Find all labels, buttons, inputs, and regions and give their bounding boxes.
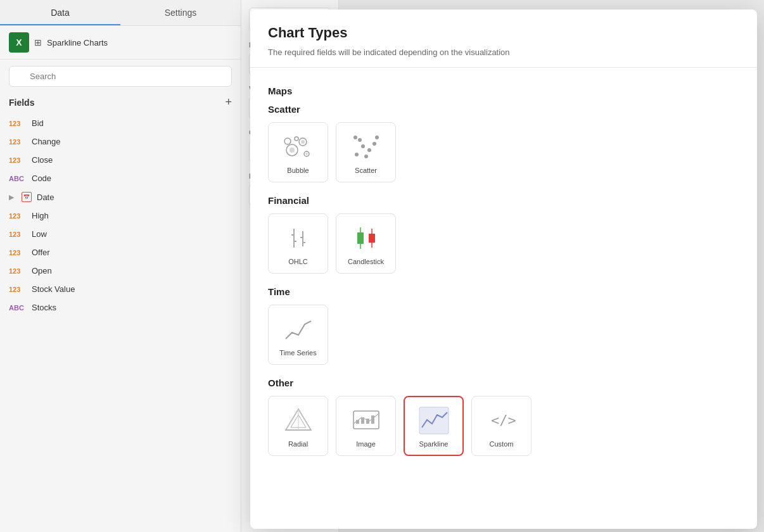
search-bar: 🔍 [0, 60, 241, 93]
svg-point-13 [367, 148, 371, 152]
tab-data[interactable]: Data [0, 0, 120, 25]
svg-rect-26 [357, 232, 364, 244]
section-title-financial: Financial [268, 195, 739, 206]
chart-card-image[interactable]: Image [336, 396, 396, 456]
field-type-number: 123 [9, 249, 27, 256]
modal-title: Chart Types [268, 25, 739, 41]
svg-point-10 [284, 138, 291, 144]
field-name-open: Open [32, 266, 52, 276]
candlestick-label: Candlestick [348, 258, 384, 265]
field-type-number: 123 [9, 212, 27, 220]
datasource-name: Sparkline Charts [47, 38, 108, 48]
chart-card-custom[interactable]: </> Custom [471, 396, 532, 456]
svg-point-14 [358, 138, 362, 142]
field-type-number: 123 [9, 286, 27, 293]
svg-point-15 [372, 142, 376, 146]
svg-rect-41 [361, 417, 364, 424]
fields-list: 123 Bid 123 Change 123 Close ABC Code ▶ … [0, 114, 241, 532]
field-item-stocks[interactable]: ABC Stocks [0, 298, 241, 317]
svg-rect-43 [371, 415, 374, 424]
svg-text:</>: </> [491, 412, 516, 428]
time-series-chart-icon [281, 314, 315, 345]
chart-card-sparkline[interactable]: Sparkline [404, 396, 464, 456]
chart-card-radial[interactable]: Radial [268, 396, 328, 456]
modal-body: Maps Scatter Bubble [250, 68, 757, 529]
field-name-bid: Bid [32, 118, 44, 128]
field-item-low[interactable]: 123 Low [0, 225, 241, 243]
svg-point-16 [375, 136, 379, 139]
svg-point-11 [355, 153, 359, 156]
datasource-bar: X ⊞ Sparkline Charts [0, 26, 241, 60]
field-name-high: High [32, 211, 49, 220]
time-chart-grid: Time Series [268, 305, 739, 365]
field-type-number: 123 [9, 138, 27, 146]
field-name-offer: Offer [32, 248, 50, 257]
tab-settings[interactable]: Settings [120, 0, 241, 25]
svg-point-8 [305, 153, 308, 155]
field-type-number: 123 [9, 231, 27, 238]
custom-label: Custom [490, 440, 514, 448]
field-type-string: ABC [9, 304, 27, 312]
field-name-stocks: Stocks [32, 303, 56, 312]
svg-point-12 [361, 144, 365, 148]
field-item-code[interactable]: ABC Code [0, 169, 241, 187]
field-item-change[interactable]: 123 Change [0, 132, 241, 151]
field-name-date: Date [37, 193, 54, 202]
field-item-offer[interactable]: 123 Offer [0, 243, 241, 262]
svg-rect-40 [356, 420, 359, 424]
section-title-scatter: Scatter [268, 104, 739, 115]
chart-card-bubble[interactable]: Bubble [268, 122, 328, 182]
field-item-close[interactable]: 123 Close [0, 151, 241, 169]
tabs: Data Settings [0, 0, 241, 26]
scatter-chart-icon [349, 131, 383, 163]
field-item-bid[interactable]: 123 Bid [0, 114, 241, 132]
table-icon: ⊞ [34, 37, 42, 48]
add-field-button[interactable]: + [225, 96, 232, 109]
sparkline-label: Sparkline [419, 440, 449, 448]
svg-rect-29 [369, 234, 375, 243]
search-input[interactable] [9, 66, 232, 87]
chart-card-ohlc[interactable]: OHLC [268, 213, 328, 274]
other-chart-grid: Radial Image [268, 396, 739, 456]
chart-card-time-series[interactable]: Time Series [268, 305, 328, 365]
ohlc-label: OHLC [288, 258, 308, 265]
field-item-high[interactable]: 123 High [0, 206, 241, 225]
section-title-other: Other [268, 377, 739, 388]
expand-date-icon: ▶ [9, 193, 14, 201]
field-item-stock-value[interactable]: 123 Stock Value [0, 280, 241, 298]
chart-card-scatter[interactable]: Scatter [336, 122, 396, 182]
custom-chart-icon: </> [485, 405, 519, 436]
field-type-number: 123 [9, 120, 27, 127]
svg-rect-42 [366, 419, 369, 424]
left-panel: Data Settings X ⊞ Sparkline Charts 🔍 Fie… [0, 0, 241, 532]
field-name-code: Code [32, 174, 51, 183]
ohlc-chart-icon [281, 222, 315, 254]
modal-header: Chart Types The required fields will be … [250, 10, 757, 68]
image-label: Image [356, 440, 376, 448]
field-type-number: 123 [9, 156, 27, 164]
field-name-low: Low [32, 229, 47, 239]
sparkline-chart-icon [417, 405, 451, 436]
field-item-open[interactable]: 123 Open [0, 262, 241, 280]
field-name-change: Change [32, 137, 61, 146]
candlestick-chart-icon [349, 222, 383, 254]
svg-point-6 [301, 140, 305, 144]
field-type-string: ABC [9, 175, 27, 182]
field-name-stock-value: Stock Value [32, 284, 75, 294]
svg-line-35 [286, 409, 298, 430]
field-type-number: 123 [9, 267, 27, 275]
image-chart-icon [349, 405, 383, 436]
svg-point-9 [295, 137, 298, 141]
radial-label: Radial [288, 440, 308, 448]
bubble-label: Bubble [287, 167, 309, 174]
svg-point-18 [364, 155, 368, 158]
time-series-label: Time Series [279, 349, 316, 357]
calendar-icon: 📅 [22, 192, 32, 202]
financial-chart-grid: OHLC Candlestick [268, 213, 739, 274]
chart-types-modal: Chart Types The required fields will be … [250, 10, 757, 529]
field-item-date[interactable]: ▶ 📅 Date [0, 187, 241, 206]
chart-card-candlestick[interactable]: Candlestick [336, 213, 396, 274]
excel-icon: X [9, 32, 29, 53]
bubble-chart-icon [281, 131, 315, 163]
fields-label: Fields [9, 98, 34, 108]
